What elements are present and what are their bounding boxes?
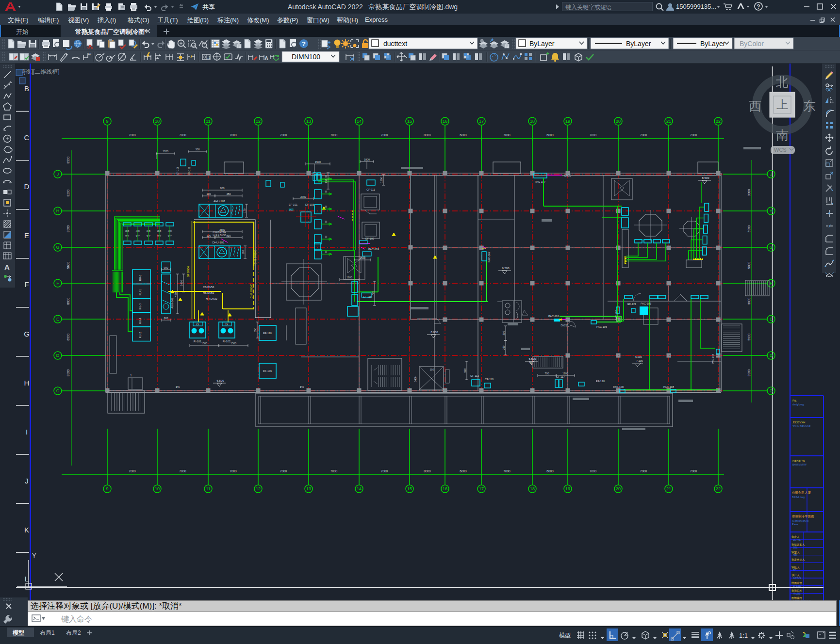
svg-text:8000: 8000	[66, 225, 70, 232]
svg-text:8500: 8500	[66, 156, 70, 163]
svg-text:?: ?	[302, 40, 306, 48]
svg-text:Paae: Paae	[792, 523, 798, 526]
svg-text:900: 900	[463, 368, 466, 372]
svg-text:空调制冷平面图: 空调制冷平面图	[792, 515, 814, 518]
svg-text:A: A	[264, 55, 268, 61]
svg-text:H: H	[770, 209, 773, 213]
svg-text:1100: 1100	[562, 372, 568, 375]
svg-text:5000: 5000	[747, 225, 751, 232]
svg-text:EF-109: EF-109	[365, 237, 374, 240]
svg-text:键入命令: 键入命令	[61, 615, 92, 623]
svg-text:7000: 7000	[179, 469, 186, 473]
svg-text:][俯视][二维线框]: ][俯视][二维线框]	[16, 68, 60, 75]
svg-text:14: 14	[357, 486, 362, 491]
svg-text:830: 830	[226, 234, 231, 237]
svg-text:I: I	[26, 428, 28, 436]
svg-text:审定意见人: 审定意见人	[791, 558, 805, 562]
svg-text:6000: 6000	[546, 469, 554, 473]
svg-text:CF-111: CF-111	[366, 188, 375, 191]
svg-text:PAC-108: PAC-108	[663, 386, 674, 388]
svg-text:LSRTE: LSRTE	[793, 538, 801, 541]
svg-text:100: 100	[206, 193, 211, 195]
svg-text:600: 600	[164, 317, 168, 320]
svg-text:PAC-103: PAC-103	[641, 302, 651, 305]
svg-text:RU-4: RU-4	[139, 318, 142, 324]
svg-text:22: 22	[716, 119, 721, 124]
svg-text:RU-3: RU-3	[139, 304, 142, 310]
svg-text:1500: 1500	[201, 342, 207, 345]
svg-text:9: 9	[106, 486, 108, 491]
svg-text:GRTVE: GRTVE	[793, 577, 802, 580]
svg-text:EF-120: EF-120	[596, 380, 605, 383]
svg-text:7000: 7000	[640, 133, 647, 137]
svg-text:6000: 6000	[546, 133, 554, 137]
svg-text:RU-2: RU-2	[139, 332, 142, 338]
svg-text:CS DN50: CS DN50	[203, 286, 214, 289]
svg-text:6.500: 6.500	[216, 379, 224, 382]
svg-text:6000: 6000	[66, 333, 70, 340]
svg-text:11: 11	[206, 486, 210, 491]
svg-text:J: J	[57, 172, 59, 177]
svg-text:170: 170	[243, 209, 246, 213]
svg-text:F: F	[770, 281, 773, 286]
svg-text:2700: 2700	[300, 195, 306, 198]
svg-text:1200: 1200	[163, 150, 168, 153]
svg-text:东: 东	[803, 99, 816, 113]
svg-text:JSJBYXH: JSJBYXH	[792, 421, 805, 424]
svg-text:上: 上	[776, 98, 788, 111]
svg-text:ByLayer: ByLayer	[529, 40, 555, 48]
svg-text:回: 回	[325, 175, 328, 178]
svg-text:.1: .1	[207, 55, 211, 60]
svg-text:6.500: 6.500	[528, 357, 536, 360]
svg-text:EF-103: EF-103	[305, 203, 314, 206]
svg-text:D: D	[56, 353, 60, 358]
svg-text:7000: 7000	[280, 469, 287, 473]
svg-text:7000: 7000	[280, 133, 287, 137]
svg-text:SEL: SEL	[793, 554, 798, 557]
svg-text:EF-106: EF-106	[176, 167, 179, 175]
svg-text:H: H	[56, 209, 60, 213]
svg-text:CHS DN100: CHS DN100	[254, 250, 257, 264]
svg-text:8200: 8200	[66, 189, 70, 196]
svg-text:1%: 1%	[176, 386, 180, 388]
svg-text:F: F	[56, 281, 59, 286]
svg-text:9: 9	[106, 119, 108, 124]
svg-text:C: C	[770, 388, 773, 393]
svg-text:EF-152: EF-152	[188, 167, 191, 175]
svg-text:EF-110: EF-110	[263, 332, 272, 335]
svg-text:冷冻水DN50: 冷冻水DN50	[213, 234, 226, 237]
svg-text:900: 900	[164, 266, 168, 269]
svg-text:SF DN50: SF DN50	[187, 266, 190, 277]
svg-text:TegMbreghew: TegMbreghew	[792, 519, 809, 522]
svg-text:EF-117: EF-117	[556, 375, 565, 378]
svg-text:G: G	[24, 330, 30, 338]
svg-text:C: C	[24, 133, 30, 142]
svg-text:D: D	[24, 182, 30, 191]
svg-text:PAC-104: PAC-104	[711, 354, 714, 364]
svg-text:R-102: R-102	[223, 340, 231, 343]
svg-text:7000: 7000	[590, 469, 597, 473]
svg-text:PAC-107: PAC-107	[488, 252, 491, 262]
svg-text:XY: XY	[87, 52, 92, 56]
svg-text:16: 16	[443, 119, 447, 124]
svg-text:NBKBPW: NBKBPW	[792, 459, 805, 462]
svg-text:ducttext: ducttext	[383, 40, 407, 48]
svg-text:13: 13	[306, 486, 311, 491]
svg-text:3000: 3000	[747, 369, 751, 376]
svg-text:350: 350	[430, 368, 434, 371]
svg-text:G: G	[56, 245, 59, 250]
svg-text:WCS: WCS	[774, 147, 787, 153]
svg-text:7000: 7000	[179, 133, 186, 137]
svg-text:HR DN32: HR DN32	[206, 297, 217, 300]
svg-text:20: 20	[616, 486, 621, 491]
svg-text:轴前: 轴前	[289, 208, 294, 211]
svg-text:RU-1: RU-1	[139, 289, 142, 295]
svg-text:?: ?	[757, 3, 760, 10]
svg-text:7000: 7000	[503, 469, 511, 473]
svg-text:11: 11	[206, 119, 210, 124]
svg-text:22: 22	[716, 486, 721, 491]
svg-text:6000: 6000	[460, 133, 467, 137]
svg-text:K: K	[24, 526, 29, 534]
svg-text:10: 10	[155, 486, 160, 491]
svg-text:20: 20	[616, 119, 621, 124]
